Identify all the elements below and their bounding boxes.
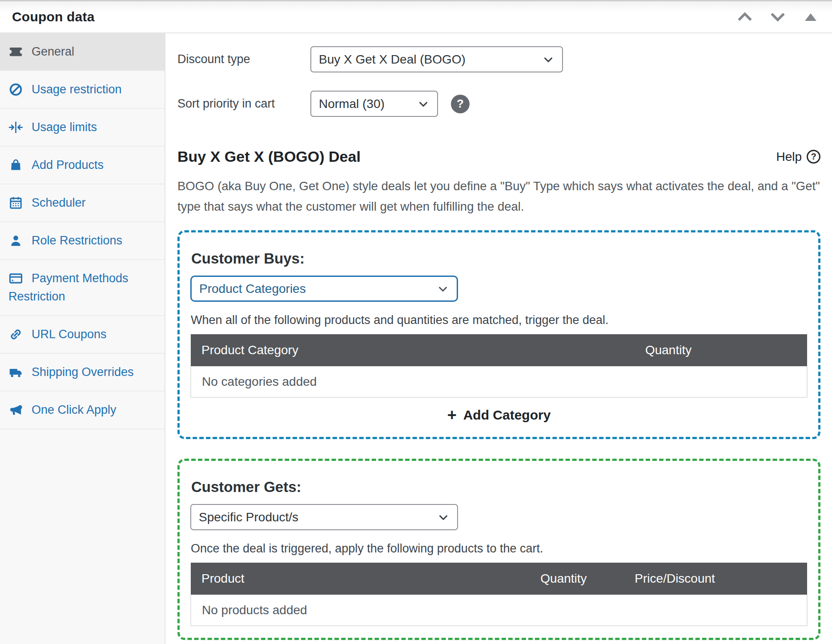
sidebar-item-label: One Click Apply bbox=[32, 403, 117, 416]
sidebar-item-shipping-overrides[interactable]: Shipping Overrides bbox=[0, 354, 165, 392]
buys-empty-cell: No categories added bbox=[191, 366, 807, 397]
credit-card-icon bbox=[8, 271, 23, 286]
sort-priority-value: Normal (30) bbox=[319, 97, 385, 111]
metabox-title: Coupon data bbox=[12, 9, 95, 24]
column-header: Product bbox=[191, 563, 530, 595]
bogo-description: BOGO (aka Buy One, Get One) style deals … bbox=[177, 176, 820, 217]
bag-icon bbox=[8, 158, 23, 172]
bogo-section-header: Buy X Get X (BOGO) Deal Help ? bbox=[177, 148, 820, 165]
user-icon bbox=[8, 233, 23, 248]
bogo-help-link[interactable]: Help ? bbox=[776, 150, 820, 164]
ticket-icon bbox=[8, 44, 23, 59]
sidebar-item-usage-restriction[interactable]: Usage restriction bbox=[0, 71, 165, 109]
sidebar-item-label: Add Products bbox=[32, 158, 104, 172]
buys-condition-type-value: Product Categories bbox=[199, 282, 306, 296]
gets-table: ProductQuantityPrice/Discount No product… bbox=[190, 563, 808, 626]
sidebar-item-label: Scheduler bbox=[32, 196, 86, 209]
column-header: Price/Discount bbox=[624, 563, 807, 595]
sort-priority-label: Sort priority in cart bbox=[177, 97, 310, 111]
buys-table: Product CategoryQuantity No categories a… bbox=[190, 334, 808, 398]
sidebar-item-label: Payment Methods Restriction bbox=[8, 272, 129, 303]
discount-type-label: Discount type bbox=[177, 52, 310, 66]
help-label: Help bbox=[776, 150, 802, 164]
customer-gets-box: Customer Gets: Specific Product/s Once t… bbox=[177, 459, 820, 640]
table-row: No categories added bbox=[191, 366, 807, 397]
chevron-down-icon bbox=[436, 282, 450, 296]
sidebar-item-one-click-apply[interactable]: One Click Apply bbox=[0, 392, 165, 429]
question-circle-icon: ? bbox=[807, 150, 820, 164]
coupon-data-metabox: { "metabox": { "title": "Coupon data" },… bbox=[0, 0, 832, 644]
bogo-section-title: Buy X Get X (BOGO) Deal bbox=[177, 148, 361, 165]
gets-table-header-row: ProductQuantityPrice/Discount bbox=[191, 563, 807, 595]
discount-type-select[interactable]: Buy X Get X Deal (BOGO) bbox=[310, 46, 563, 72]
move-down-icon[interactable] bbox=[768, 7, 788, 27]
sidebar-item-general[interactable]: General bbox=[0, 33, 165, 71]
customer-buys-heading: Customer Buys: bbox=[191, 250, 808, 267]
gets-condition-type-value: Specific Product/s bbox=[199, 510, 298, 524]
column-header: Product Category bbox=[191, 334, 635, 366]
sidebar-item-role-restrictions[interactable]: Role Restrictions bbox=[0, 222, 165, 260]
sidebar-item-scheduler[interactable]: Scheduler bbox=[0, 184, 165, 222]
add-category-button[interactable]: + Add Category bbox=[447, 408, 551, 423]
column-header: Quantity bbox=[530, 563, 624, 595]
general-panel: Discount type Buy X Get X Deal (BOGO) So… bbox=[165, 33, 832, 644]
toggle-panel-icon[interactable] bbox=[801, 7, 820, 27]
sidebar-item-add-products[interactable]: Add Products bbox=[0, 147, 165, 184]
sidebar-item-payment-methods-restriction[interactable]: Payment Methods Restriction bbox=[0, 260, 165, 316]
metabox-header: Coupon data bbox=[0, 0, 832, 33]
chevron-down-icon bbox=[542, 53, 555, 66]
plus-icon: + bbox=[447, 408, 457, 422]
customer-gets-heading: Customer Gets: bbox=[191, 479, 808, 496]
customer-buys-helper: When all of the following products and q… bbox=[191, 313, 808, 327]
sidebar-item-url-coupons[interactable]: URL Coupons bbox=[0, 316, 165, 354]
sidebar-item-label: Shipping Overrides bbox=[32, 365, 134, 379]
limits-icon bbox=[8, 120, 23, 135]
customer-gets-helper: Once the deal is triggered, apply the fo… bbox=[191, 542, 808, 556]
sidebar-item-label: Role Restrictions bbox=[32, 234, 122, 247]
coupon-tabs: GeneralUsage restrictionUsage limitsAdd … bbox=[0, 33, 165, 644]
truck-icon bbox=[8, 365, 23, 380]
discount-type-value: Buy X Get X Deal (BOGO) bbox=[319, 52, 466, 67]
discount-type-row: Discount type Buy X Get X Deal (BOGO) bbox=[177, 46, 820, 72]
gets-condition-type-select[interactable]: Specific Product/s bbox=[190, 504, 458, 530]
sort-priority-row: Sort priority in cart Normal (30) ? bbox=[177, 91, 820, 117]
no-entry-icon bbox=[8, 82, 23, 97]
buys-condition-type-select[interactable]: Product Categories bbox=[190, 276, 458, 302]
sidebar-item-label: General bbox=[32, 45, 74, 58]
metabox-body: GeneralUsage restrictionUsage limitsAdd … bbox=[0, 33, 832, 644]
customer-buys-box: Customer Buys: Product Categories When a… bbox=[177, 230, 820, 439]
sort-priority-help-icon[interactable]: ? bbox=[451, 95, 470, 113]
link-icon bbox=[8, 327, 23, 342]
table-row: No products added bbox=[191, 595, 807, 626]
gets-empty-cell: No products added bbox=[191, 595, 807, 626]
metabox-handle-actions bbox=[735, 7, 820, 27]
sidebar-item-label: Usage restriction bbox=[32, 83, 122, 96]
chevron-down-icon bbox=[417, 97, 430, 111]
chevron-down-icon bbox=[437, 511, 450, 524]
sort-priority-select[interactable]: Normal (30) bbox=[310, 91, 438, 117]
column-header: Quantity bbox=[635, 334, 807, 366]
sidebar-item-label: URL Coupons bbox=[32, 328, 107, 341]
add-category-label: Add Category bbox=[463, 408, 551, 423]
megaphone-icon bbox=[8, 403, 23, 417]
sidebar-item-label: Usage limits bbox=[32, 120, 97, 134]
buys-table-header-row: Product CategoryQuantity bbox=[191, 334, 807, 366]
calendar-icon bbox=[8, 196, 23, 210]
sidebar-item-usage-limits[interactable]: Usage limits bbox=[0, 109, 165, 147]
move-up-icon[interactable] bbox=[735, 7, 755, 27]
